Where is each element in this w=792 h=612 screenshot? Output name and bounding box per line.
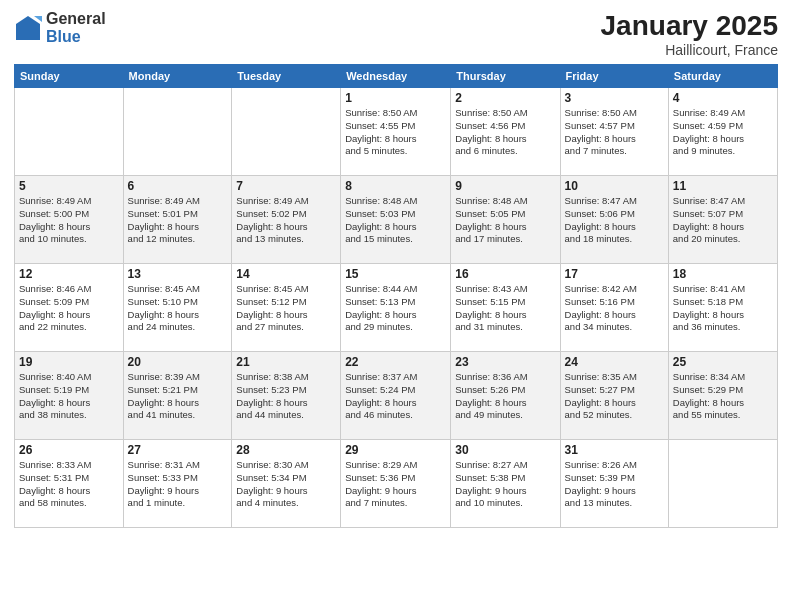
day-info: Sunrise: 8:49 AMSunset: 5:02 PMDaylight:… (236, 195, 336, 246)
day-info: Sunrise: 8:31 AMSunset: 5:33 PMDaylight:… (128, 459, 228, 510)
col-friday: Friday (560, 65, 668, 88)
day-info: Sunrise: 8:40 AMSunset: 5:19 PMDaylight:… (19, 371, 119, 422)
table-row: 3Sunrise: 8:50 AMSunset: 4:57 PMDaylight… (560, 88, 668, 176)
day-info: Sunrise: 8:44 AMSunset: 5:13 PMDaylight:… (345, 283, 446, 334)
logo-general: General (46, 10, 106, 28)
logo-icon (14, 14, 42, 42)
table-row: 7Sunrise: 8:49 AMSunset: 5:02 PMDaylight… (232, 176, 341, 264)
table-row: 16Sunrise: 8:43 AMSunset: 5:15 PMDayligh… (451, 264, 560, 352)
day-info: Sunrise: 8:29 AMSunset: 5:36 PMDaylight:… (345, 459, 446, 510)
day-number: 7 (236, 179, 336, 193)
day-info: Sunrise: 8:47 AMSunset: 5:07 PMDaylight:… (673, 195, 773, 246)
day-number: 30 (455, 443, 555, 457)
day-number: 29 (345, 443, 446, 457)
col-saturday: Saturday (668, 65, 777, 88)
day-number: 4 (673, 91, 773, 105)
table-row (15, 88, 124, 176)
day-number: 14 (236, 267, 336, 281)
table-row: 30Sunrise: 8:27 AMSunset: 5:38 PMDayligh… (451, 440, 560, 528)
day-info: Sunrise: 8:49 AMSunset: 5:01 PMDaylight:… (128, 195, 228, 246)
day-number: 10 (565, 179, 664, 193)
day-number: 2 (455, 91, 555, 105)
day-info: Sunrise: 8:26 AMSunset: 5:39 PMDaylight:… (565, 459, 664, 510)
day-info: Sunrise: 8:43 AMSunset: 5:15 PMDaylight:… (455, 283, 555, 334)
day-number: 22 (345, 355, 446, 369)
day-info: Sunrise: 8:48 AMSunset: 5:03 PMDaylight:… (345, 195, 446, 246)
day-number: 17 (565, 267, 664, 281)
day-number: 12 (19, 267, 119, 281)
week-row-1: 5Sunrise: 8:49 AMSunset: 5:00 PMDaylight… (15, 176, 778, 264)
day-number: 11 (673, 179, 773, 193)
day-info: Sunrise: 8:48 AMSunset: 5:05 PMDaylight:… (455, 195, 555, 246)
day-number: 28 (236, 443, 336, 457)
day-number: 1 (345, 91, 446, 105)
day-info: Sunrise: 8:30 AMSunset: 5:34 PMDaylight:… (236, 459, 336, 510)
col-sunday: Sunday (15, 65, 124, 88)
subtitle: Haillicourt, France (601, 42, 778, 58)
day-info: Sunrise: 8:49 AMSunset: 5:00 PMDaylight:… (19, 195, 119, 246)
table-row: 15Sunrise: 8:44 AMSunset: 5:13 PMDayligh… (341, 264, 451, 352)
table-row: 5Sunrise: 8:49 AMSunset: 5:00 PMDaylight… (15, 176, 124, 264)
table-row: 25Sunrise: 8:34 AMSunset: 5:29 PMDayligh… (668, 352, 777, 440)
table-row: 11Sunrise: 8:47 AMSunset: 5:07 PMDayligh… (668, 176, 777, 264)
day-number: 21 (236, 355, 336, 369)
day-info: Sunrise: 8:39 AMSunset: 5:21 PMDaylight:… (128, 371, 228, 422)
logo-text: General Blue (46, 10, 106, 45)
day-number: 25 (673, 355, 773, 369)
day-number: 23 (455, 355, 555, 369)
day-number: 16 (455, 267, 555, 281)
day-number: 3 (565, 91, 664, 105)
table-row: 20Sunrise: 8:39 AMSunset: 5:21 PMDayligh… (123, 352, 232, 440)
table-row: 10Sunrise: 8:47 AMSunset: 5:06 PMDayligh… (560, 176, 668, 264)
svg-marker-0 (16, 16, 40, 40)
logo-blue: Blue (46, 28, 106, 46)
table-row: 6Sunrise: 8:49 AMSunset: 5:01 PMDaylight… (123, 176, 232, 264)
day-info: Sunrise: 8:38 AMSunset: 5:23 PMDaylight:… (236, 371, 336, 422)
day-info: Sunrise: 8:41 AMSunset: 5:18 PMDaylight:… (673, 283, 773, 334)
day-number: 6 (128, 179, 228, 193)
table-row: 2Sunrise: 8:50 AMSunset: 4:56 PMDaylight… (451, 88, 560, 176)
logo: General Blue (14, 10, 106, 45)
table-row: 13Sunrise: 8:45 AMSunset: 5:10 PMDayligh… (123, 264, 232, 352)
day-info: Sunrise: 8:35 AMSunset: 5:27 PMDaylight:… (565, 371, 664, 422)
day-info: Sunrise: 8:45 AMSunset: 5:10 PMDaylight:… (128, 283, 228, 334)
day-number: 31 (565, 443, 664, 457)
col-wednesday: Wednesday (341, 65, 451, 88)
day-info: Sunrise: 8:50 AMSunset: 4:57 PMDaylight:… (565, 107, 664, 158)
calendar: Sunday Monday Tuesday Wednesday Thursday… (14, 64, 778, 528)
col-tuesday: Tuesday (232, 65, 341, 88)
day-info: Sunrise: 8:45 AMSunset: 5:12 PMDaylight:… (236, 283, 336, 334)
day-number: 5 (19, 179, 119, 193)
day-number: 27 (128, 443, 228, 457)
week-row-2: 12Sunrise: 8:46 AMSunset: 5:09 PMDayligh… (15, 264, 778, 352)
table-row (668, 440, 777, 528)
day-info: Sunrise: 8:27 AMSunset: 5:38 PMDaylight:… (455, 459, 555, 510)
table-row: 12Sunrise: 8:46 AMSunset: 5:09 PMDayligh… (15, 264, 124, 352)
week-row-0: 1Sunrise: 8:50 AMSunset: 4:55 PMDaylight… (15, 88, 778, 176)
day-info: Sunrise: 8:46 AMSunset: 5:09 PMDaylight:… (19, 283, 119, 334)
day-info: Sunrise: 8:49 AMSunset: 4:59 PMDaylight:… (673, 107, 773, 158)
day-number: 8 (345, 179, 446, 193)
table-row: 21Sunrise: 8:38 AMSunset: 5:23 PMDayligh… (232, 352, 341, 440)
table-row: 29Sunrise: 8:29 AMSunset: 5:36 PMDayligh… (341, 440, 451, 528)
table-row: 19Sunrise: 8:40 AMSunset: 5:19 PMDayligh… (15, 352, 124, 440)
col-monday: Monday (123, 65, 232, 88)
title-block: January 2025 Haillicourt, France (601, 10, 778, 58)
table-row: 14Sunrise: 8:45 AMSunset: 5:12 PMDayligh… (232, 264, 341, 352)
table-row: 17Sunrise: 8:42 AMSunset: 5:16 PMDayligh… (560, 264, 668, 352)
table-row: 8Sunrise: 8:48 AMSunset: 5:03 PMDaylight… (341, 176, 451, 264)
week-row-3: 19Sunrise: 8:40 AMSunset: 5:19 PMDayligh… (15, 352, 778, 440)
day-number: 24 (565, 355, 664, 369)
table-row (123, 88, 232, 176)
header: General Blue January 2025 Haillicourt, F… (14, 10, 778, 58)
day-number: 26 (19, 443, 119, 457)
table-row: 31Sunrise: 8:26 AMSunset: 5:39 PMDayligh… (560, 440, 668, 528)
day-info: Sunrise: 8:47 AMSunset: 5:06 PMDaylight:… (565, 195, 664, 246)
day-info: Sunrise: 8:33 AMSunset: 5:31 PMDaylight:… (19, 459, 119, 510)
day-number: 20 (128, 355, 228, 369)
week-row-4: 26Sunrise: 8:33 AMSunset: 5:31 PMDayligh… (15, 440, 778, 528)
table-row: 24Sunrise: 8:35 AMSunset: 5:27 PMDayligh… (560, 352, 668, 440)
day-info: Sunrise: 8:42 AMSunset: 5:16 PMDaylight:… (565, 283, 664, 334)
header-row: Sunday Monday Tuesday Wednesday Thursday… (15, 65, 778, 88)
table-row: 28Sunrise: 8:30 AMSunset: 5:34 PMDayligh… (232, 440, 341, 528)
